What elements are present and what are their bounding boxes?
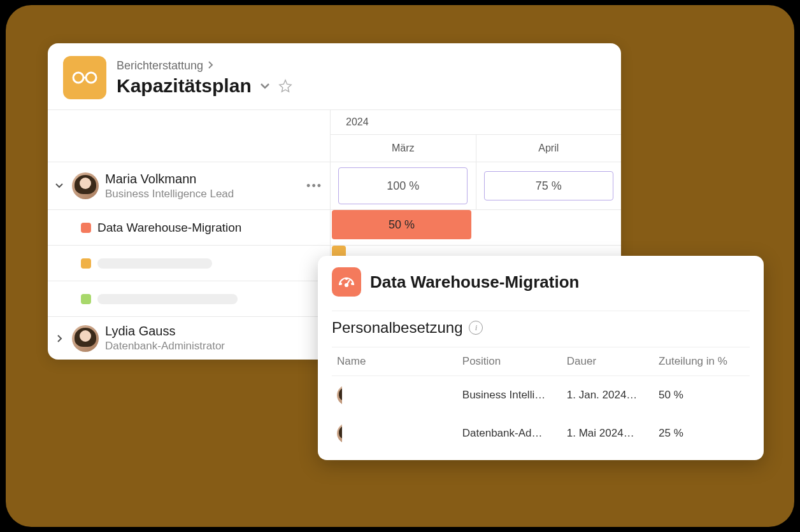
svg-point-0 bbox=[73, 73, 83, 83]
placeholder-text bbox=[97, 294, 238, 304]
chevron-down-icon[interactable] bbox=[53, 183, 66, 189]
task-name: Data Warehouse-Migration bbox=[97, 221, 241, 235]
cell-allocation: 25 % bbox=[654, 414, 750, 452]
chevron-down-icon[interactable] bbox=[259, 82, 271, 90]
svg-point-1 bbox=[86, 73, 96, 83]
staffing-table: Name Position Dauer Zuteilung in % Maria… bbox=[332, 347, 750, 452]
person-role: Datenbank-Administrator bbox=[105, 340, 322, 353]
placeholder-text bbox=[97, 258, 212, 269]
year-label: 2024 bbox=[331, 110, 621, 135]
svg-point-5 bbox=[352, 283, 353, 284]
table-row[interactable]: Maria Volkmann Business Intelli… 1. Jan.… bbox=[332, 376, 750, 415]
avatar bbox=[337, 385, 342, 405]
section-title: Personalbesetzung bbox=[332, 319, 462, 337]
task-detail-panel: Data Warehouse-Migration Personalbesetzu… bbox=[318, 256, 764, 460]
timeline-header: 2024 März April bbox=[48, 109, 621, 162]
month-header: März bbox=[331, 135, 476, 162]
column-header[interactable]: Position bbox=[457, 347, 562, 376]
chevron-right-icon bbox=[207, 59, 213, 73]
cell-duration: 1. Mai 2024… bbox=[562, 414, 654, 452]
month-header: April bbox=[476, 135, 622, 162]
gauge-icon bbox=[332, 267, 361, 297]
task-row[interactable]: Data Warehouse-Migration 50 % bbox=[48, 209, 621, 245]
column-header[interactable]: Zuteilung in % bbox=[654, 347, 750, 376]
breadcrumb[interactable]: Berichterstattung bbox=[117, 59, 292, 73]
glasses-icon bbox=[63, 56, 106, 99]
info-icon[interactable]: i bbox=[469, 321, 483, 335]
bar-label: 50 % bbox=[389, 218, 415, 232]
person-name: Maria Volkmann bbox=[105, 172, 300, 186]
star-icon[interactable] bbox=[278, 79, 292, 93]
cell-position: Business Intelli… bbox=[457, 376, 562, 415]
table-row[interactable]: Lydia Gauss Datenbank-Ad… 1. Mai 2024… 2… bbox=[332, 414, 750, 452]
capacity-cell[interactable]: 100 % bbox=[338, 167, 468, 204]
svg-point-4 bbox=[340, 283, 341, 284]
column-header[interactable]: Name bbox=[332, 347, 457, 376]
panel-header: Berichterstattung Kapazitätsplan bbox=[48, 43, 621, 109]
person-row[interactable]: Maria Volkmann Business Intelligence Lea… bbox=[48, 162, 621, 209]
avatar bbox=[72, 172, 99, 199]
detail-title: Data Warehouse-Migration bbox=[370, 272, 579, 292]
color-swatch bbox=[81, 294, 91, 304]
color-swatch bbox=[81, 258, 91, 269]
cell-duration: 1. Jan. 2024… bbox=[562, 376, 654, 415]
column-header[interactable]: Dauer bbox=[562, 347, 654, 376]
capacity-cell[interactable]: 75 % bbox=[484, 171, 613, 200]
gantt-bar[interactable]: 50 % bbox=[332, 210, 471, 239]
breadcrumb-label: Berichterstattung bbox=[117, 59, 203, 73]
person-role: Business Intelligence Lead bbox=[105, 188, 300, 200]
person-name: Lydia Gauss bbox=[105, 324, 322, 339]
page-title: Kapazitätsplan bbox=[117, 75, 252, 97]
more-icon[interactable]: ••• bbox=[306, 179, 322, 193]
cell-allocation: 50 % bbox=[654, 376, 750, 415]
color-swatch bbox=[81, 223, 91, 233]
svg-point-6 bbox=[346, 278, 347, 279]
avatar bbox=[337, 423, 342, 444]
avatar bbox=[72, 325, 99, 352]
cell-position: Datenbank-Ad… bbox=[457, 414, 562, 452]
chevron-right-icon[interactable] bbox=[53, 334, 66, 343]
